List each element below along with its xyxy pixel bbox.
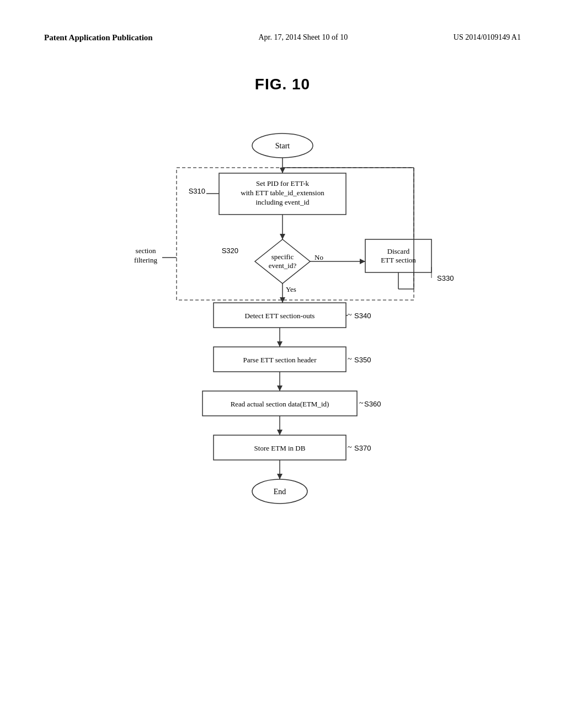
svg-text:S320: S320	[222, 247, 238, 255]
svg-text:End: End	[274, 488, 286, 496]
svg-text:S340: S340	[354, 312, 371, 320]
svg-text:specific: specific	[271, 253, 294, 261]
svg-text:with ETT table_id_extension: with ETT table_id_extension	[241, 189, 324, 197]
svg-text:Parse ETT section header: Parse ETT section header	[243, 356, 317, 364]
svg-text:including event_id: including event_id	[255, 198, 310, 206]
svg-text:~: ~	[348, 311, 352, 319]
svg-marker-15	[280, 234, 285, 239]
publication-label: Patent Application Publication	[44, 33, 153, 42]
svg-text:section: section	[136, 247, 156, 255]
svg-text:S330: S330	[437, 274, 454, 282]
svg-text:~: ~	[359, 399, 364, 408]
diagram-container: Start Set PID for ETT-k with ETT table_i…	[44, 121, 521, 617]
svg-text:~: ~	[348, 443, 352, 452]
svg-marker-37	[277, 341, 282, 347]
svg-marker-52	[277, 474, 282, 479]
svg-text:S350: S350	[354, 356, 371, 364]
sheet-info: Apr. 17, 2014 Sheet 10 of 10	[258, 33, 348, 42]
svg-text:No: No	[315, 253, 323, 261]
svg-text:ETT section: ETT section	[381, 256, 416, 264]
svg-text:Set PID for ETT-k: Set PID for ETT-k	[256, 179, 309, 188]
svg-text:event_id?: event_id?	[269, 261, 297, 270]
svg-text:filtering: filtering	[134, 256, 157, 264]
svg-text:Yes: Yes	[286, 285, 296, 293]
svg-text:Detect ETT section-outs: Detect ETT section-outs	[245, 312, 315, 320]
svg-marker-47	[277, 430, 282, 435]
svg-text:S360: S360	[364, 400, 381, 408]
svg-marker-23	[360, 259, 365, 264]
svg-text:S370: S370	[354, 444, 371, 452]
page-header: Patent Application Publication Apr. 17, …	[44, 33, 521, 42]
page: Patent Application Publication Apr. 17, …	[0, 0, 565, 728]
svg-text:Start: Start	[275, 142, 290, 150]
flowchart-svg: Start Set PID for ETT-k with ETT table_i…	[111, 121, 454, 617]
svg-marker-3	[280, 168, 285, 173]
figure-title: FIG. 10	[44, 76, 521, 93]
patent-number: US 2014/0109149 A1	[454, 33, 521, 42]
svg-text:S310: S310	[189, 187, 205, 195]
flowchart: Start Set PID for ETT-k with ETT table_i…	[111, 121, 454, 617]
svg-text:~: ~	[348, 355, 352, 363]
svg-text:Store ETM in DB: Store ETM in DB	[254, 444, 306, 452]
svg-marker-42	[277, 386, 282, 391]
svg-text:Discard: Discard	[387, 247, 410, 255]
svg-text:Read actual section data(ETM_i: Read actual section data(ETM_id)	[231, 400, 329, 408]
